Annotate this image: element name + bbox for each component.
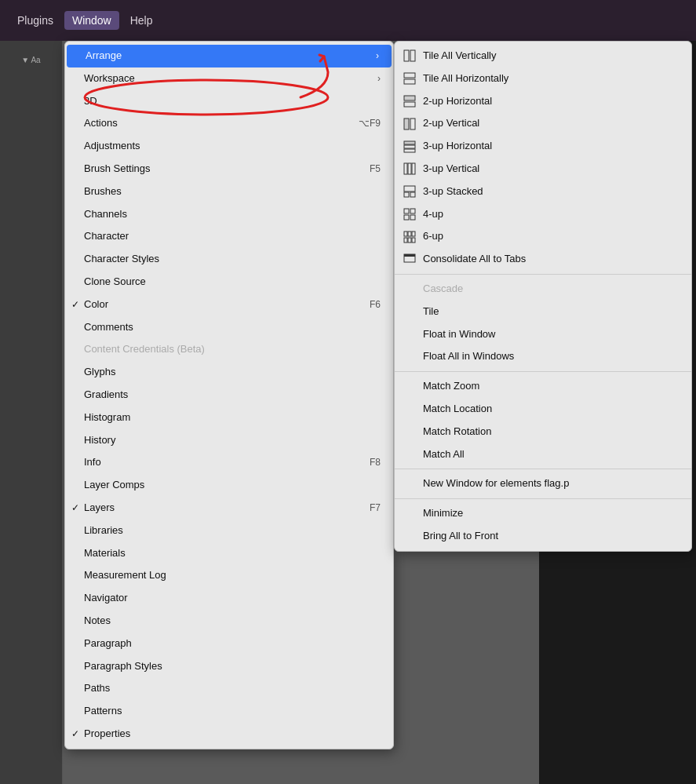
float-in-window-label: Float in Window — [423, 326, 495, 343]
menu-layer-comps[interactable]: Layer Comps — [65, 474, 393, 497]
submenu-match-all[interactable]: Match All — [395, 443, 691, 466]
submenu-3up-vert[interactable]: 3-up Vertical — [395, 158, 691, 181]
menu-notes[interactable]: Notes — [65, 610, 393, 633]
submenu-bring-all-to-front[interactable]: Bring All to Front — [395, 525, 691, 548]
submenu-2up-vert[interactable]: 2-up Vertical — [395, 112, 691, 135]
submenu-match-location[interactable]: Match Location — [395, 398, 691, 421]
menu-adjustments[interactable]: Adjustments — [65, 135, 393, 158]
menu-measurement-log[interactable]: Measurement Log — [65, 564, 393, 587]
svg-rect-12 — [408, 163, 411, 174]
arrange-submenu: Tile All Vertically Tile All Horizontall… — [394, 41, 692, 552]
menu-clone-source-label: Clone Source — [84, 274, 146, 290]
svg-rect-13 — [412, 163, 415, 174]
svg-rect-28 — [404, 254, 415, 257]
float-all-in-windows-label: Float All in Windows — [423, 348, 514, 365]
submenu-divider-2 — [395, 371, 691, 372]
new-window-label: New Window for elements flag.p — [423, 476, 569, 492]
menu-history[interactable]: History — [65, 429, 393, 452]
svg-rect-11 — [404, 163, 407, 174]
menu-channels[interactable]: Channels — [65, 203, 393, 226]
svg-rect-22 — [408, 232, 411, 236]
menu-content-credentials: Content Credentials (Beta) — [65, 338, 393, 361]
menu-layers-shortcut: F7 — [370, 501, 381, 516]
menubar-help[interactable]: Help — [122, 11, 161, 30]
arrange-arrow: › — [376, 49, 379, 64]
menu-layers[interactable]: ✓ Layers F7 — [65, 497, 393, 520]
submenu-tile-all-horiz[interactable]: Tile All Horizontally — [395, 67, 691, 90]
submenu-minimize[interactable]: Minimize — [395, 502, 691, 525]
submenu-6up[interactable]: 6-up — [395, 225, 691, 248]
menu-info[interactable]: Info F8 — [65, 451, 393, 474]
submenu-4up[interactable]: 4-up — [395, 203, 691, 226]
menu-gradients[interactable]: Gradients — [65, 384, 393, 407]
menu-workspace-label: Workspace — [84, 71, 135, 87]
menu-character[interactable]: Character — [65, 225, 393, 248]
submenu-new-window[interactable]: New Window for elements flag.p — [395, 472, 691, 495]
menubar: Plugins Window Help — [0, 0, 696, 41]
menu-materials[interactable]: Materials — [65, 542, 393, 565]
left-toolbar: ▼ Aa — [0, 41, 63, 784]
submenu-float-all-in-windows[interactable]: Float All in Windows — [395, 345, 691, 368]
menu-character-label: Character — [84, 228, 129, 245]
menu-color-label: Color — [84, 297, 108, 313]
workspace-arrow: › — [377, 71, 381, 86]
menu-patterns-label: Patterns — [84, 703, 122, 720]
layers-checkmark: ✓ — [71, 501, 79, 516]
menu-brushes-label: Brushes — [84, 184, 122, 200]
menu-clone-source[interactable]: Clone Source — [65, 271, 393, 294]
menu-character-styles[interactable]: Character Styles — [65, 248, 393, 271]
menu-patterns[interactable]: Patterns — [65, 700, 393, 723]
menu-arrange-label: Arrange — [86, 48, 122, 64]
menu-comments[interactable]: Comments — [65, 316, 393, 339]
menu-properties[interactable]: ✓ Properties — [65, 723, 393, 746]
3up-vert-label: 3-up Vertical — [423, 161, 479, 177]
menu-arrange[interactable]: Arrange › — [67, 45, 392, 67]
menubar-window[interactable]: Window — [64, 11, 119, 30]
menu-libraries-label: Libraries — [84, 523, 123, 539]
menu-glyphs[interactable]: Glyphs — [65, 361, 393, 384]
menu-adjustments-label: Adjustments — [84, 138, 140, 155]
menu-paths[interactable]: Paths — [65, 677, 393, 700]
submenu-tile[interactable]: Tile — [395, 301, 691, 323]
svg-rect-4 — [404, 96, 415, 100]
2up-vert-icon — [401, 118, 418, 130]
menu-navigator[interactable]: Navigator — [65, 587, 393, 610]
menu-notes-label: Notes — [84, 613, 111, 629]
svg-rect-5 — [404, 102, 415, 107]
toolbar-font-size[interactable]: ▼ Aa — [19, 47, 44, 72]
submenu-3up-stacked[interactable]: 3-up Stacked — [395, 181, 691, 203]
menu-brush-settings[interactable]: Brush Settings F5 — [65, 158, 393, 181]
menu-paragraph[interactable]: Paragraph — [65, 633, 393, 655]
menu-3d[interactable]: 3D — [65, 90, 393, 113]
menu-navigator-label: Navigator — [84, 590, 128, 607]
submenu-2up-horiz[interactable]: 2-up Horizontal — [395, 90, 691, 113]
submenu-3up-horiz[interactable]: 3-up Horizontal — [395, 135, 691, 158]
menu-paragraph-styles[interactable]: Paragraph Styles — [65, 655, 393, 678]
svg-rect-14 — [404, 186, 415, 191]
menu-brushes[interactable]: Brushes — [65, 181, 393, 203]
menu-libraries[interactable]: Libraries — [65, 520, 393, 542]
submenu-float-in-window[interactable]: Float in Window — [395, 323, 691, 346]
submenu-consolidate[interactable]: Consolidate All to Tabs — [395, 248, 691, 271]
menu-histogram[interactable]: Histogram — [65, 407, 393, 429]
tile-all-horiz-label: Tile All Horizontally — [423, 71, 508, 87]
submenu-tile-all-vert[interactable]: Tile All Vertically — [395, 45, 691, 67]
3up-stacked-icon — [401, 185, 418, 198]
6up-icon — [401, 231, 418, 243]
submenu-match-rotation[interactable]: Match Rotation — [395, 421, 691, 443]
menu-actions[interactable]: Actions ⌥F9 — [65, 112, 393, 135]
tile-vert-icon — [401, 49, 418, 62]
svg-rect-15 — [404, 192, 409, 197]
bring-all-to-front-label: Bring All to Front — [423, 528, 498, 545]
tile-horiz-icon — [401, 72, 418, 85]
svg-rect-26 — [412, 238, 415, 242]
menu-workspace[interactable]: Workspace › — [65, 67, 393, 90]
submenu-cascade: Cascade — [395, 278, 691, 301]
menu-color[interactable]: ✓ Color F6 — [65, 294, 393, 316]
cascade-label: Cascade — [423, 281, 463, 297]
4up-icon — [401, 208, 418, 221]
2up-horiz-label: 2-up Horizontal — [423, 93, 492, 110]
menubar-plugins[interactable]: Plugins — [9, 11, 61, 30]
menu-comments-label: Comments — [84, 319, 133, 336]
submenu-match-zoom[interactable]: Match Zoom — [395, 375, 691, 398]
